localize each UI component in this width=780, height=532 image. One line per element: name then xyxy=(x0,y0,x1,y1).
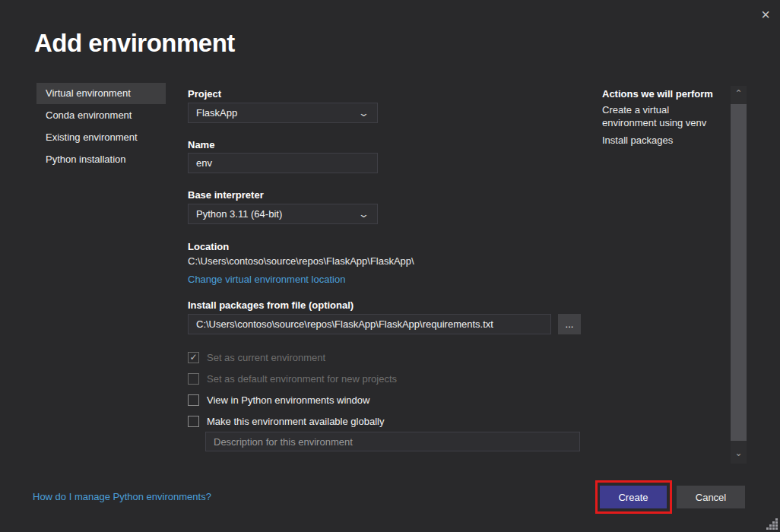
checkbox-row: View in Python environments window xyxy=(188,394,369,406)
project-dropdown-value: FlaskApp xyxy=(196,107,237,119)
location-label: Location xyxy=(188,241,229,252)
project-label: Project xyxy=(188,88,221,100)
base-interpreter-dropdown[interactable]: Python 3.11 (64-bit) ⌄ xyxy=(188,204,378,224)
sidebar-item-python-installation[interactable]: Python installation xyxy=(36,149,166,170)
checkbox-row: Set as default environment for new proje… xyxy=(188,373,397,385)
base-interpreter-label: Base interpreter xyxy=(188,189,264,201)
close-icon[interactable]: × xyxy=(756,5,775,24)
view-env-window-label: View in Python environments window xyxy=(207,394,369,406)
available-globally-checkbox[interactable] xyxy=(188,416,199,427)
view-env-window-checkbox[interactable] xyxy=(188,394,199,406)
resize-grip-icon[interactable] xyxy=(766,518,778,530)
action-item-install-packages: Install packages xyxy=(602,134,722,147)
set-default-env-label: Set as default environment for new proje… xyxy=(207,373,397,385)
description-input[interactable] xyxy=(205,432,580,451)
chevron-down-icon: ⌄ xyxy=(358,108,369,118)
action-item-create-venv: Create a virtual environment using venv xyxy=(602,103,722,129)
available-globally-label: Make this environment available globally xyxy=(207,416,384,427)
set-current-env-checkbox[interactable]: ✓ xyxy=(188,352,199,363)
set-default-env-checkbox[interactable] xyxy=(188,373,199,385)
manage-environments-help-link[interactable]: How do I manage Python environments? xyxy=(33,491,211,502)
add-environment-dialog: { "dialog": { "title": "Add environment"… xyxy=(0,0,780,532)
sidebar-item-existing-environment[interactable]: Existing environment xyxy=(36,127,166,148)
base-interpreter-dropdown-value: Python 3.11 (64-bit) xyxy=(196,208,282,220)
checkbox-row: Make this environment available globally xyxy=(188,416,384,427)
scroll-down-icon[interactable]: ⌄ xyxy=(731,445,747,461)
scrollbar[interactable]: ⌃ ⌄ xyxy=(731,86,747,464)
location-path: C:\Users\contoso\source\repos\FlaskApp\F… xyxy=(188,255,414,267)
name-label: Name xyxy=(188,139,214,150)
checkbox-row: ✓ Set as current environment xyxy=(188,352,325,363)
project-dropdown[interactable]: FlaskApp ⌄ xyxy=(188,103,378,123)
requirements-file-input[interactable] xyxy=(188,314,551,334)
actions-panel-title: Actions we will perform xyxy=(602,88,728,100)
sidebar-item-conda-environment[interactable]: Conda environment xyxy=(36,105,166,126)
cancel-button[interactable]: Cancel xyxy=(677,486,745,508)
scroll-up-icon[interactable]: ⌃ xyxy=(731,86,747,101)
scrollbar-thumb[interactable] xyxy=(731,104,747,441)
chevron-down-icon: ⌄ xyxy=(358,209,369,219)
change-location-link[interactable]: Change virtual environment location xyxy=(188,274,345,285)
page-title: Add environment xyxy=(34,29,235,58)
name-input[interactable] xyxy=(188,153,378,173)
environment-type-list: Virtual environment Conda environment Ex… xyxy=(36,83,166,171)
sidebar-item-virtual-environment[interactable]: Virtual environment xyxy=(36,83,166,104)
create-button[interactable]: Create xyxy=(600,486,667,508)
install-packages-label: Install packages from file (optional) xyxy=(188,299,354,311)
browse-button[interactable]: ... xyxy=(558,314,581,334)
set-current-env-label: Set as current environment xyxy=(207,352,325,363)
